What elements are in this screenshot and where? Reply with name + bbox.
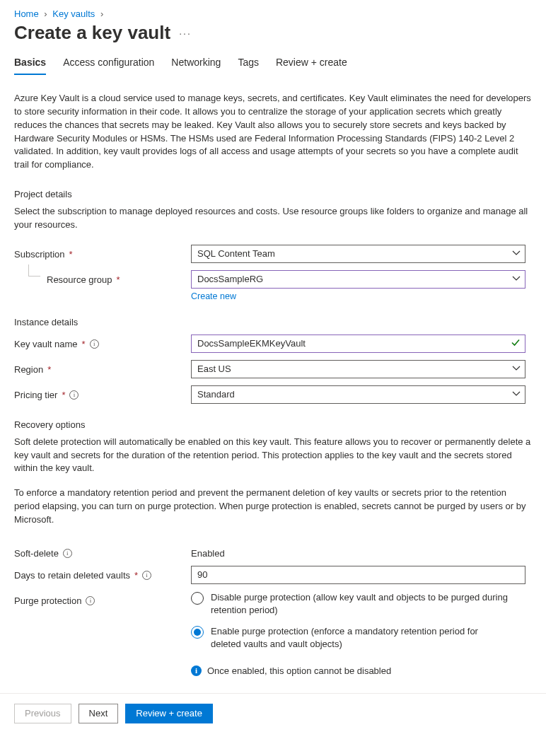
- resource-group-value: DocsSampleRG: [197, 274, 263, 284]
- region-select[interactable]: East US: [191, 360, 525, 378]
- more-actions-icon[interactable]: ···: [179, 28, 192, 39]
- chevron-down-icon: [512, 274, 521, 284]
- radio-icon: [191, 592, 204, 605]
- info-icon[interactable]: i: [63, 549, 72, 558]
- recovery-p1: Soft delete protection will automaticall…: [14, 436, 532, 476]
- recovery-p2: To enforce a mandatory retention period …: [14, 487, 532, 527]
- purge-note: i Once enabled, this option cannot be di…: [191, 665, 525, 676]
- keyvault-name-label: Key vault name: [14, 339, 78, 349]
- radio-icon: [191, 626, 204, 639]
- resource-group-select[interactable]: DocsSampleRG: [191, 270, 525, 289]
- info-icon[interactable]: i: [69, 390, 79, 400]
- checkmark-icon: [511, 337, 521, 349]
- required-mark: *: [117, 274, 120, 285]
- tab-tags[interactable]: Tags: [238, 57, 259, 75]
- tab-basics[interactable]: Basics: [14, 57, 46, 75]
- keyvault-name-value: DocsSampleEKMKeyVault: [197, 338, 306, 349]
- intro-text: Azure Key Vault is a cloud service used …: [14, 92, 532, 172]
- keyvault-name-input[interactable]: DocsSampleEKMKeyVault: [191, 335, 525, 353]
- next-button[interactable]: Next: [79, 704, 119, 723]
- subscription-value: SQL Content Team: [197, 248, 275, 259]
- region-value: East US: [197, 364, 231, 374]
- purge-disable-option[interactable]: Disable purge protection (allow key vaul…: [191, 591, 525, 617]
- purge-note-text: Once enabled, this option cannot be disa…: [207, 665, 391, 676]
- purge-enable-label: Enable purge protection (enforce a manda…: [211, 625, 508, 651]
- breadcrumb: Home › Key vaults ›: [14, 8, 532, 19]
- recovery-options-heading: Recovery options: [14, 419, 532, 430]
- instance-details-heading: Instance details: [14, 317, 532, 327]
- previous-button: Previous: [14, 704, 71, 723]
- info-icon[interactable]: i: [90, 339, 99, 349]
- chevron-right-icon: ›: [41, 8, 50, 19]
- chevron-down-icon: [512, 364, 521, 374]
- tab-networking[interactable]: Networking: [171, 57, 221, 75]
- chevron-down-icon: [512, 389, 521, 400]
- softdelete-label: Soft-delete: [14, 548, 59, 559]
- breadcrumb-home[interactable]: Home: [14, 8, 39, 19]
- purge-disable-label: Disable purge protection (allow key vaul…: [211, 591, 508, 617]
- chevron-right-icon: ›: [98, 8, 106, 19]
- retention-days-label: Days to retain deleted vaults: [14, 570, 130, 581]
- create-new-link[interactable]: Create new: [191, 291, 236, 301]
- tab-access-configuration[interactable]: Access configuration: [63, 57, 154, 75]
- retention-days-input[interactable]: 90: [191, 566, 525, 584]
- resource-group-label: Resource group: [47, 274, 112, 285]
- purge-protection-label: Purge protection: [14, 595, 81, 606]
- wizard-footer: Previous Next Review + create: [0, 693, 546, 733]
- region-label: Region: [14, 364, 43, 375]
- review-create-button[interactable]: Review + create: [125, 704, 213, 723]
- purge-protection-radiogroup: Disable purge protection (allow key vaul…: [191, 591, 525, 676]
- softdelete-value: Enabled: [191, 544, 525, 559]
- info-icon[interactable]: i: [86, 596, 95, 605]
- subscription-select[interactable]: SQL Content Team: [191, 245, 525, 263]
- purge-enable-option[interactable]: Enable purge protection (enforce a manda…: [191, 625, 525, 651]
- pricing-tier-select[interactable]: Standard: [191, 385, 525, 404]
- pricing-tier-label: Pricing tier: [14, 390, 57, 400]
- tab-bar: Basics Access configuration Networking T…: [14, 57, 532, 75]
- required-mark: *: [69, 249, 73, 260]
- pricing-tier-value: Standard: [197, 389, 235, 400]
- chevron-down-icon: [512, 248, 521, 259]
- page-title: Create a key vault: [14, 22, 170, 44]
- required-mark: *: [47, 364, 51, 375]
- tab-review-create[interactable]: Review + create: [276, 57, 347, 75]
- required-mark: *: [62, 390, 65, 400]
- required-mark: *: [134, 570, 138, 581]
- project-details-heading: Project details: [14, 189, 532, 199]
- project-details-desc: Select the subscription to manage deploy…: [14, 205, 532, 232]
- required-mark: *: [82, 339, 86, 349]
- retention-days-value: 90: [197, 569, 207, 580]
- info-icon[interactable]: i: [142, 571, 151, 580]
- subscription-label: Subscription: [14, 249, 65, 260]
- breadcrumb-keyvaults[interactable]: Key vaults: [52, 8, 95, 19]
- info-icon: i: [191, 665, 202, 676]
